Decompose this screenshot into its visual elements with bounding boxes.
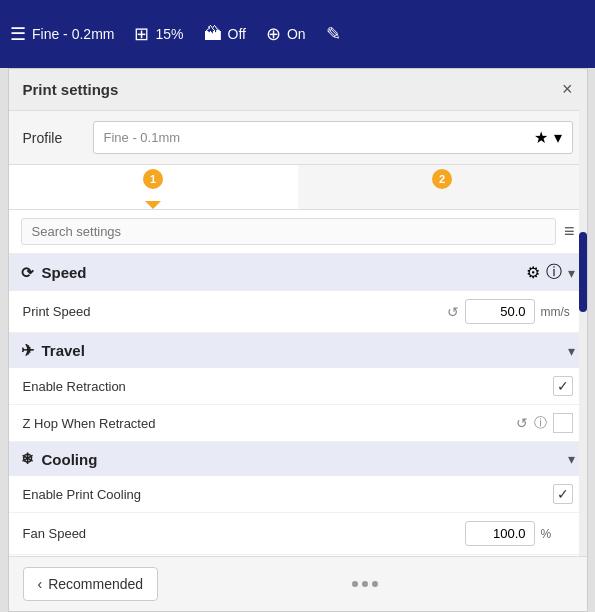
adhesion-value: On: [287, 26, 306, 42]
profile-icon: ☰: [10, 23, 26, 45]
enable-retraction-checkbox[interactable]: ✓: [553, 376, 573, 396]
fan-speed-input[interactable]: [465, 521, 535, 546]
profile-item[interactable]: ☰ Fine - 0.2mm: [10, 23, 114, 45]
profile-row: Profile Fine - 0.1mm ★ ▾: [9, 111, 587, 165]
z-hop-checkbox[interactable]: [553, 413, 573, 433]
enable-retraction-row: Enable Retraction ✓: [9, 368, 587, 405]
tab-1[interactable]: 1: [9, 165, 298, 209]
profile-value: Fine - 0.2mm: [32, 26, 114, 42]
enable-cooling-control: ✓: [553, 484, 573, 504]
enable-cooling-row: Enable Print Cooling ✓: [9, 476, 587, 513]
fan-speed-label: Fan Speed: [23, 526, 87, 541]
enable-cooling-checkmark: ✓: [557, 486, 569, 502]
star-icon: ★: [534, 128, 548, 147]
print-speed-label: Print Speed: [23, 304, 91, 319]
recommended-button[interactable]: ‹ Recommended: [23, 567, 159, 601]
dot-3: [372, 581, 378, 587]
speed-section-title: ⟳ Speed: [21, 264, 87, 282]
tab-1-triangle: [145, 201, 161, 209]
edit-item[interactable]: ✎: [326, 23, 341, 45]
top-bar: ☰ Fine - 0.2mm ⊞ 15% 🏔 Off ⊕ On ✎: [0, 0, 595, 68]
speed-gear-icon: ⚙: [526, 263, 540, 282]
panel-header: Print settings ×: [9, 69, 587, 111]
infill-icon: ⊞: [134, 23, 149, 45]
search-input[interactable]: [21, 218, 556, 245]
adhesion-icon: ⊕: [266, 23, 281, 45]
speed-section-header[interactable]: ⟳ Speed ⚙ ⓘ ▾: [9, 254, 587, 291]
travel-section-header[interactable]: ✈ Travel ▾: [9, 333, 587, 368]
close-button[interactable]: ×: [562, 79, 573, 100]
enable-cooling-label: Enable Print Cooling: [23, 487, 142, 502]
tabs-row: 1 2: [9, 165, 587, 210]
enable-cooling-checkbox[interactable]: ✓: [553, 484, 573, 504]
cooling-section-header[interactable]: ❄ Cooling ▾: [9, 442, 587, 476]
enable-retraction-checkmark: ✓: [557, 378, 569, 394]
speed-section-actions: ⚙ ⓘ ▾: [526, 262, 575, 283]
infill-item[interactable]: ⊞ 15%: [134, 23, 183, 45]
cooling-section-actions: ▾: [568, 451, 575, 467]
search-row: ≡: [9, 210, 587, 254]
cooling-label: Cooling: [42, 451, 98, 468]
speed-chevron-icon[interactable]: ▾: [568, 265, 575, 281]
chevron-left-icon: ‹: [38, 576, 43, 592]
scrollbar-track: [579, 69, 587, 611]
enable-retraction-label: Enable Retraction: [23, 379, 126, 394]
dot-1: [352, 581, 358, 587]
print-speed-reset-icon[interactable]: ↺: [447, 304, 459, 320]
profile-select-icons: ★ ▾: [534, 128, 562, 147]
speed-info-icon: ⓘ: [546, 262, 562, 283]
speed-icon: ⟳: [21, 264, 34, 282]
edit-icon: ✎: [326, 23, 341, 45]
travel-icon: ✈: [21, 341, 34, 360]
z-hop-info-icon: ⓘ: [534, 414, 547, 432]
menu-icon[interactable]: ≡: [564, 221, 575, 242]
z-hop-row: Z Hop When Retracted ↺ ⓘ: [9, 405, 587, 442]
travel-label: Travel: [42, 342, 85, 359]
recommended-label: Recommended: [48, 576, 143, 592]
support-icon: 🏔: [204, 24, 222, 45]
travel-section-title: ✈ Travel: [21, 341, 85, 360]
print-speed-unit: mm/s: [541, 305, 573, 319]
print-speed-control: ↺ mm/s: [447, 299, 573, 324]
dot-2: [362, 581, 368, 587]
speed-label: Speed: [42, 264, 87, 281]
cooling-section-title: ❄ Cooling: [21, 450, 98, 468]
fan-speed-control: %: [465, 521, 573, 546]
enable-retraction-control: ✓: [553, 376, 573, 396]
print-settings-panel: Print settings × Profile Fine - 0.1mm ★ …: [8, 68, 588, 612]
travel-chevron-icon[interactable]: ▾: [568, 343, 575, 359]
z-hop-reset-icon[interactable]: ↺: [516, 415, 528, 431]
infill-value: 15%: [155, 26, 183, 42]
print-speed-row: Print Speed ↺ mm/s: [9, 291, 587, 333]
settings-content: ⟳ Speed ⚙ ⓘ ▾ Print Speed ↺ mm/s ✈ Trave…: [9, 254, 587, 566]
cooling-icon: ❄: [21, 450, 34, 468]
print-speed-input[interactable]: [465, 299, 535, 324]
fan-speed-unit: %: [541, 527, 573, 541]
z-hop-control: ↺ ⓘ: [516, 413, 573, 433]
bottom-bar: ‹ Recommended: [9, 556, 587, 611]
scrollbar-thumb[interactable]: [579, 232, 587, 312]
tab-1-badge: 1: [143, 169, 163, 189]
panel-title: Print settings: [23, 81, 119, 98]
profile-select-value: Fine - 0.1mm: [104, 130, 181, 145]
travel-section-actions: ▾: [568, 343, 575, 359]
profile-select[interactable]: Fine - 0.1mm ★ ▾: [93, 121, 573, 154]
chevron-down-icon: ▾: [554, 128, 562, 147]
tab-2[interactable]: 2: [298, 165, 587, 209]
adhesion-item[interactable]: ⊕ On: [266, 23, 306, 45]
profile-label: Profile: [23, 130, 83, 146]
support-value: Off: [228, 26, 246, 42]
z-hop-label: Z Hop When Retracted: [23, 416, 156, 431]
fan-speed-row: Fan Speed %: [9, 513, 587, 555]
cooling-chevron-icon[interactable]: ▾: [568, 451, 575, 467]
tab-2-badge: 2: [432, 169, 452, 189]
support-item[interactable]: 🏔 Off: [204, 24, 246, 45]
